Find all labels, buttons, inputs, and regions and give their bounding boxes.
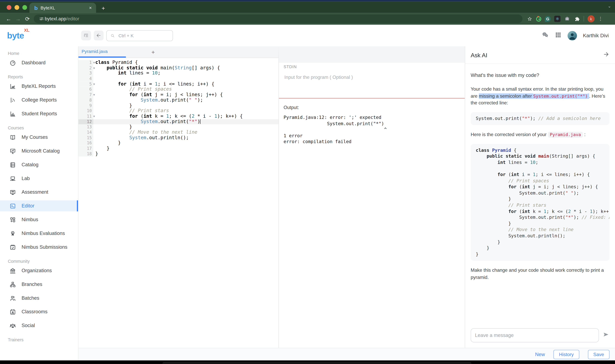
apps-grid-icon[interactable] [555, 31, 562, 40]
sidebar-item-lab[interactable]: Lab [0, 173, 78, 184]
extension-orbit-icon[interactable] [536, 16, 541, 21]
search-input[interactable] [118, 33, 165, 38]
browser-profile-avatar[interactable]: k [588, 15, 594, 22]
sidebar-item-editor[interactable]: Editor [0, 200, 78, 211]
ask-ai-conversation: What's the issue with my code? Your code… [465, 64, 615, 324]
sidebar-item-social[interactable]: Social [0, 320, 78, 331]
sidebar-item-batches[interactable]: Batches [0, 293, 78, 303]
ai-message-input[interactable] [471, 328, 599, 342]
feedback-chat-icon[interactable] [542, 31, 549, 40]
user-avatar[interactable] [568, 31, 577, 40]
program-output: Pyramid.java:12: error: ';' expected Sys… [284, 115, 460, 145]
new-tab-icon[interactable]: + [102, 5, 105, 13]
tab-search-chevron-icon[interactable]: ⌄ [608, 4, 611, 8]
bar-chart-icon [9, 110, 16, 117]
browser-back-icon[interactable]: ← [4, 16, 13, 22]
history-button[interactable]: History [553, 350, 579, 359]
stdin-input[interactable] [284, 74, 460, 94]
browser-forward-icon[interactable]: → [13, 16, 23, 22]
sidebar-item-catalog[interactable]: Catalog [0, 159, 78, 170]
new-button[interactable]: New [535, 351, 545, 357]
editor-line[interactable]: 4 [78, 76, 278, 81]
file-tab-label: Pyramid.java [81, 49, 107, 54]
user-question: What's the issue with my code? [471, 73, 609, 78]
sidebar-item-nimbus[interactable]: Nimbus [0, 214, 78, 225]
grid-plus-icon [9, 216, 16, 223]
editor-line[interactable]: 18} [78, 151, 278, 156]
browser-tab-bar: b ByteXL × + ⌄ [0, 1, 615, 13]
back-button[interactable] [94, 31, 104, 40]
sidebar-item-organizations[interactable]: Organizations [0, 265, 78, 276]
extension-react-icon[interactable]: ⚛ [554, 16, 561, 22]
sidebar-item-dashboard[interactable]: Dashboard [0, 57, 78, 68]
macos-dock [162, 362, 471, 364]
bookmark-star-icon[interactable] [526, 16, 533, 22]
sidebar-item-microsoft-catalog[interactable]: Microsoft Catalog [0, 145, 78, 156]
global-search[interactable] [106, 30, 173, 41]
editor-line[interactable]: 3 int lines = 10; [78, 71, 278, 76]
toggle-sidebar-button[interactable] [81, 31, 91, 40]
send-message-icon[interactable] [602, 331, 609, 340]
window-minimize-button[interactable] [14, 5, 19, 10]
add-file-tab-button[interactable]: + [151, 49, 155, 58]
code-editor-pane: Pyramid.java + 1▼class Pyramid {2▼ publi… [78, 46, 278, 348]
save-button[interactable]: Save [588, 350, 609, 359]
editor-line[interactable]: 2▼ public static void main(String[] args… [78, 65, 278, 71]
sidebar-item-label: Dashboard [22, 60, 45, 65]
editor-line[interactable]: 5▼ for (int i = 1; i <= lines; i++) { [78, 81, 278, 87]
sidebar-item-label: Nimbus Evaluations [22, 231, 65, 236]
code-editor[interactable]: 1▼class Pyramid {2▼ public static void m… [78, 58, 278, 348]
area-chart-icon [9, 83, 16, 90]
window-maximize-button[interactable] [22, 5, 27, 10]
sidebar-item-bytexl-reports[interactable]: ByteXL Reports [0, 81, 78, 92]
window-close-button[interactable] [7, 5, 11, 10]
editor-line[interactable]: 16 } [78, 141, 278, 146]
extensions-puzzle-icon[interactable] [574, 16, 580, 22]
tab-pyramid-java[interactable]: Pyramid.java [78, 46, 126, 58]
editor-line[interactable]: 1▼class Pyramid { [78, 60, 278, 65]
bytexl-logo[interactable]: byteXL [7, 30, 29, 40]
browser-reload-icon[interactable]: ⟳ [23, 16, 32, 22]
tab-close-icon[interactable]: × [88, 5, 93, 11]
browser-tab[interactable]: b ByteXL × [29, 3, 96, 13]
browser-menu-icon[interactable]: ⋮ [598, 16, 603, 22]
site-settings-icon[interactable] [39, 16, 45, 22]
ask-ai-title: Ask AI [471, 52, 603, 58]
book-open-icon [9, 134, 16, 141]
sidebar-item-assessment[interactable]: Assessment [0, 187, 78, 197]
io-pane: STDIN Output: Pyramid.java:12: error: ';… [278, 46, 465, 348]
stack-icon [9, 161, 16, 168]
sidebar-item-classrooms[interactable]: Classrooms [0, 306, 78, 317]
editor-tabstrip: Pyramid.java + [78, 46, 278, 58]
desktop-strip [0, 0, 615, 1]
extension-camera-icon[interactable] [564, 16, 570, 22]
editor-line[interactable]: 6 // Print spaces [78, 87, 278, 92]
extension-grammarly-icon[interactable]: G [545, 16, 551, 22]
editor-line[interactable]: 14 // Move to the next line [78, 130, 278, 135]
ask-ai-panel: Ask AI What's the issue with my code? Yo… [465, 46, 615, 348]
editor-line[interactable]: 15 System.out.println(); [78, 135, 278, 141]
stdin-label: STDIN [284, 64, 460, 69]
sidebar-item-nimbus-evaluations[interactable]: Nimbus Evaluations [0, 228, 78, 239]
editor-line[interactable]: 11▼ for (int k = 1; k <= (2 * i - 1); k+… [78, 114, 278, 119]
editor-line[interactable]: 10 // Print stars [78, 108, 278, 114]
editor-line[interactable]: 13 } [78, 124, 278, 130]
address-bar[interactable]: bytexl.app/editor [34, 14, 523, 23]
sidebar-item-label: Batches [22, 295, 39, 301]
editor-line[interactable]: 17 } [78, 146, 278, 151]
editor-line[interactable]: 7▼ for (int j = i; j < lines; j++) { [78, 92, 278, 98]
sidebar-section-label: Home [0, 50, 78, 57]
sidebar-item-student-reports[interactable]: Student Reports [0, 108, 78, 119]
sidebar-item-branches[interactable]: Branches [0, 279, 78, 290]
sidebar-item-label: College Reports [22, 97, 57, 103]
collapse-panel-arrow-icon[interactable] [603, 51, 610, 59]
editor-line[interactable]: 8 System.out.print(" "); [78, 98, 278, 103]
sidebar-item-college-reports[interactable]: College Reports [0, 94, 78, 105]
sidebar-item-nimbus-submissions[interactable]: Nimbus Submissions [0, 242, 78, 252]
bytexl-favicon: b [34, 5, 38, 11]
editor-line[interactable]: 12 System.out.print("*") [78, 119, 278, 124]
user-name[interactable]: Karthik Divi [583, 33, 609, 39]
editor-line[interactable]: 9 } [78, 103, 278, 108]
sidebar-item-my-courses[interactable]: My Courses [0, 132, 78, 143]
url-path: /editor [66, 16, 79, 22]
